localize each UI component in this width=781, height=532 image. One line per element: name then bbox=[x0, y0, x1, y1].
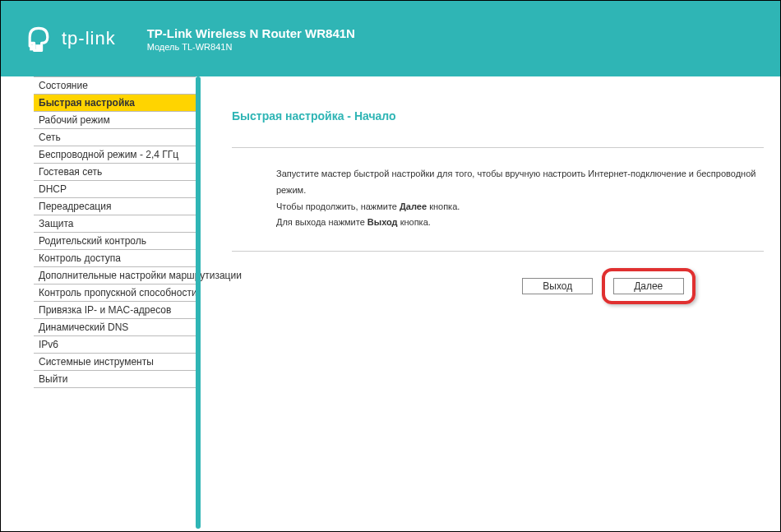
brand-text: tp-link bbox=[62, 28, 116, 49]
sidebar-item-15[interactable]: IPv6 bbox=[34, 336, 196, 354]
sidebar-item-10[interactable]: Контроль доступа bbox=[34, 250, 196, 267]
sidebar-item-17[interactable]: Выйти bbox=[34, 371, 196, 388]
button-row: Выход Далее bbox=[232, 268, 764, 304]
sidebar-item-0[interactable]: Состояние bbox=[34, 76, 196, 95]
svg-rect-0 bbox=[30, 44, 35, 50]
instruction-line-1: Запустите мастер быстрой настройки для т… bbox=[276, 166, 764, 199]
product-title: TP-Link Wireless N Router WR841N bbox=[147, 26, 355, 40]
instruction-line-2: Чтобы продолжить, нажмите Далее кнопка. bbox=[276, 199, 764, 215]
sidebar-item-9[interactable]: Родительский контроль bbox=[34, 233, 196, 250]
sidebar-item-3[interactable]: Сеть bbox=[34, 129, 196, 146]
divider bbox=[232, 251, 764, 252]
exit-button[interactable]: Выход bbox=[522, 278, 593, 294]
sidebar-item-6[interactable]: DHCP bbox=[34, 181, 196, 198]
divider bbox=[232, 147, 764, 148]
sidebar-item-1[interactable]: Быстрая настройка bbox=[34, 95, 196, 112]
sidebar-item-14[interactable]: Динамический DNS bbox=[34, 319, 196, 336]
sidebar-item-8[interactable]: Защита bbox=[34, 215, 196, 233]
header: tp-link TP-Link Wireless N Router WR841N… bbox=[1, 1, 780, 76]
page-title: Быстрая настройка - Начало bbox=[232, 109, 764, 123]
svg-rect-1 bbox=[35, 44, 41, 50]
sidebar-item-11[interactable]: Дополнительные настройки маршрутизации bbox=[34, 267, 196, 285]
instruction-line-3: Для выхода нажмите Выход кнопка. bbox=[276, 215, 764, 231]
sidebar-item-13[interactable]: Привязка IP- и MAC-адресов bbox=[34, 302, 196, 319]
next-button[interactable]: Далее bbox=[613, 278, 684, 294]
sidebar: СостояниеБыстрая настройкаРабочий режимС… bbox=[1, 76, 196, 388]
content-area: Быстрая настройка - Начало Запустите мас… bbox=[196, 76, 780, 531]
model-text: Модель TL-WR841N bbox=[147, 42, 355, 52]
highlight-annotation: Далее bbox=[602, 268, 696, 304]
sidebar-item-4[interactable]: Беспроводной режим - 2,4 ГГц bbox=[34, 146, 196, 164]
sidebar-item-2[interactable]: Рабочий режим bbox=[34, 112, 196, 129]
sidebar-item-7[interactable]: Переадресация bbox=[34, 198, 196, 215]
sidebar-item-16[interactable]: Системные инструменты bbox=[34, 354, 196, 371]
logo-area: tp-link bbox=[24, 24, 116, 53]
sidebar-item-12[interactable]: Контроль пропускной способности bbox=[34, 285, 196, 302]
header-titles: TP-Link Wireless N Router WR841N Модель … bbox=[147, 26, 355, 52]
instructions: Запустите мастер быстрой настройки для т… bbox=[232, 166, 764, 231]
tplink-logo-icon bbox=[24, 24, 53, 53]
sidebar-item-5[interactable]: Гостевая сеть bbox=[34, 164, 196, 181]
